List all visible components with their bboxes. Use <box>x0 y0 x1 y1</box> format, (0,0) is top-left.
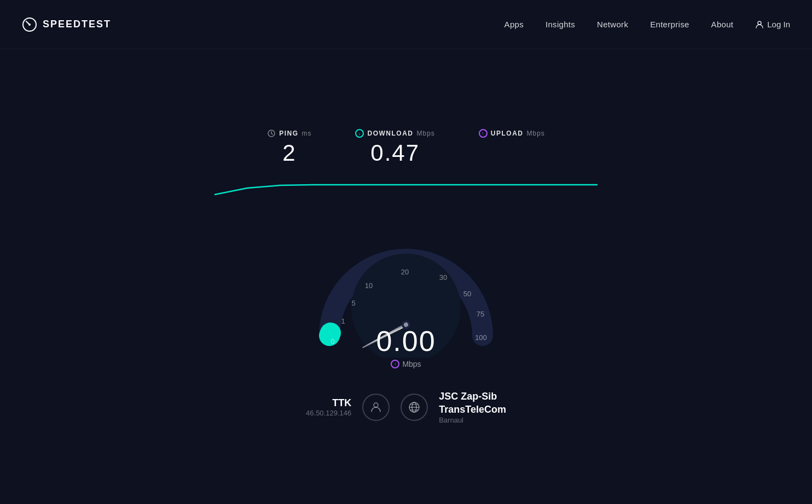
nav: Apps Insights Network Enterprise About L… <box>504 20 790 29</box>
ping-label: PING ms <box>267 129 311 138</box>
globe-icon <box>408 401 421 414</box>
gauge-upload-icon: ↑ <box>391 360 399 368</box>
stats-row: PING ms 2 ↓ DOWNLOAD Mbps 0.47 ↑ UPLOAD … <box>267 129 545 166</box>
gauge-speed-value: 0.00 <box>376 325 436 358</box>
server-ip: 46.50.129.146 <box>306 409 351 417</box>
ping-icon <box>267 129 276 138</box>
speed-chart <box>214 172 598 204</box>
svg-text:10: 10 <box>365 282 373 290</box>
svg-text:1: 1 <box>341 317 345 325</box>
download-value: 0.47 <box>355 140 434 166</box>
login-button[interactable]: Log In <box>755 20 790 29</box>
globe-icon-container[interactable] <box>401 394 428 421</box>
speedometer: 0 1 5 10 20 30 50 75 100 <box>308 215 504 374</box>
logo[interactable]: SPEEDTEST <box>22 17 111 32</box>
ping-stat: PING ms 2 <box>267 129 311 166</box>
svg-point-17 <box>374 403 378 407</box>
server-box: TTK 46.50.129.146 <box>306 397 351 417</box>
logo-text: SPEEDTEST <box>43 19 111 30</box>
isp-name: JSC Zap-Sib TransTeleCom <box>439 390 506 416</box>
ping-label-text: PING <box>279 130 298 137</box>
svg-text:30: 30 <box>439 273 447 282</box>
svg-text:0: 0 <box>330 337 334 345</box>
gauge-unit: ↑ Mbps <box>376 360 436 368</box>
ping-unit: ms <box>301 130 311 137</box>
upload-label-text: UPLOAD <box>491 130 524 137</box>
gauge-center: 0.00 ↑ Mbps <box>376 325 436 368</box>
download-stat: ↓ DOWNLOAD Mbps 0.47 <box>355 129 434 166</box>
isp-name-line2: TransTeleCom <box>439 404 506 415</box>
svg-text:100: 100 <box>475 333 487 342</box>
svg-text:20: 20 <box>401 268 409 276</box>
upload-stat: ↑ UPLOAD Mbps <box>479 129 545 140</box>
chart-svg <box>214 172 598 204</box>
gauge-unit-text: Mbps <box>402 360 421 368</box>
nav-insights[interactable]: Insights <box>546 20 575 29</box>
svg-point-1 <box>28 24 31 26</box>
isp-location: Barnaul <box>439 416 506 424</box>
svg-text:50: 50 <box>463 290 471 298</box>
download-label-text: DOWNLOAD <box>367 130 413 137</box>
user-server-icon[interactable] <box>362 394 390 421</box>
upload-unit: Mbps <box>527 130 545 137</box>
upload-icon: ↑ <box>479 129 488 138</box>
user-icon <box>755 20 764 29</box>
download-label: ↓ DOWNLOAD Mbps <box>355 129 434 138</box>
download-unit: Mbps <box>416 130 434 137</box>
isp-name-line1: JSC Zap-Sib <box>439 391 497 402</box>
svg-point-2 <box>758 21 761 25</box>
ping-value: 2 <box>267 140 311 166</box>
login-label: Log In <box>767 20 790 29</box>
header: SPEEDTEST Apps Insights Network Enterpri… <box>0 0 812 49</box>
server-name: TTK <box>306 397 351 409</box>
speedtest-logo-icon <box>22 17 37 32</box>
server-info: TTK 46.50.129.146 JSC Zap-Sib TransTeleC… <box>306 390 506 424</box>
upload-label: ↑ UPLOAD Mbps <box>479 129 545 138</box>
isp-box: JSC Zap-Sib TransTeleCom Barnaul <box>439 390 506 424</box>
main-content: PING ms 2 ↓ DOWNLOAD Mbps 0.47 ↑ UPLOAD … <box>0 49 812 504</box>
nav-enterprise[interactable]: Enterprise <box>650 20 689 29</box>
svg-text:5: 5 <box>351 299 355 307</box>
nav-network[interactable]: Network <box>597 20 628 29</box>
svg-text:75: 75 <box>477 310 484 318</box>
download-icon: ↓ <box>355 129 364 138</box>
person-icon <box>369 401 382 414</box>
nav-apps[interactable]: Apps <box>504 20 524 29</box>
nav-about[interactable]: About <box>711 20 734 29</box>
